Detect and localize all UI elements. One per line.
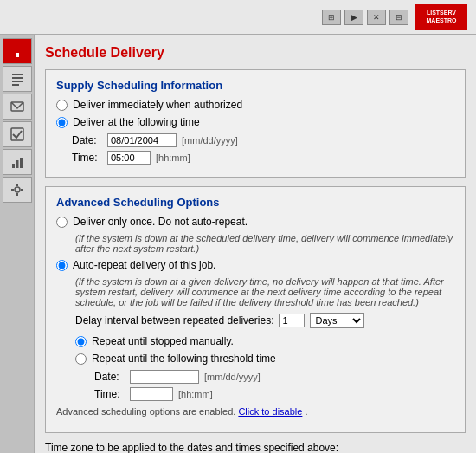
- sidebar: [0, 35, 35, 453]
- deliver-immediately-label: Deliver immediately when authorized: [73, 99, 242, 111]
- checkbox-icon: [10, 126, 25, 142]
- timezone-label: Time zone to be applied to the dates and…: [45, 442, 466, 453]
- toolbar-icon-2[interactable]: ▶: [344, 10, 363, 25]
- svg-rect-13: [16, 184, 18, 186]
- date-row: Date: [mm/dd/yyyy]: [72, 133, 454, 147]
- time-input[interactable]: [107, 151, 151, 165]
- deliver-once-radio[interactable]: [56, 217, 68, 228]
- sidebar-item-home[interactable]: [3, 38, 32, 64]
- logo-text: LISTSERV MAESTRO: [427, 10, 457, 24]
- threshold-date-format: [mm/dd/yyyy]: [204, 372, 261, 382]
- app-logo: LISTSERV MAESTRO: [415, 4, 467, 30]
- threshold-time-label: Time:: [94, 388, 125, 400]
- threshold-time-row: Time: [hh:mm]: [94, 387, 454, 401]
- svg-rect-11: [20, 158, 23, 168]
- time-format: [hh:mm]: [156, 152, 190, 163]
- deliver-once-subtext: (If the system is down at the scheduled …: [75, 233, 454, 254]
- threshold-time-input[interactable]: [130, 387, 173, 401]
- svg-marker-1: [11, 45, 23, 50]
- content-area: Schedule Delivery Supply Scheduling Info…: [35, 35, 476, 453]
- sidebar-item-chart[interactable]: [3, 149, 32, 175]
- svg-rect-16: [21, 189, 23, 191]
- sidebar-item-checkbox[interactable]: [3, 121, 32, 147]
- chart-icon: [10, 154, 25, 170]
- settings-icon: [10, 182, 25, 197]
- toolbar-icon-1[interactable]: ⊞: [322, 10, 341, 25]
- toolbar-icon-4[interactable]: ⊟: [389, 10, 408, 25]
- deliver-following-row: Deliver at the following time: [56, 116, 454, 128]
- repeat-threshold-row: Repeat until the following threshold tim…: [75, 353, 454, 365]
- repeat-threshold-label: Repeat until the following threshold tim…: [92, 353, 276, 365]
- svg-rect-4: [12, 77, 23, 79]
- page-title: Schedule Delivery: [45, 45, 466, 61]
- repeat-options: Repeat until stopped manually. Repeat un…: [75, 335, 454, 401]
- deliver-immediately-radio[interactable]: [56, 100, 68, 111]
- auto-repeat-radio[interactable]: [56, 260, 68, 271]
- delay-value-input[interactable]: [279, 314, 305, 327]
- repeat-manual-label: Repeat until stopped manually.: [92, 335, 234, 347]
- advanced-section: Advanced Scheduling Options Deliver only…: [45, 186, 466, 433]
- toolbar-icon-3[interactable]: ✕: [367, 10, 386, 25]
- status-text-label: Advanced scheduling options are enabled.: [56, 406, 235, 417]
- threshold-time-format: [hh:mm]: [178, 389, 213, 399]
- svg-rect-9: [12, 164, 15, 168]
- repeat-threshold-radio[interactable]: [75, 353, 87, 365]
- advanced-section-title: Advanced Scheduling Options: [56, 196, 454, 209]
- sidebar-item-envelope[interactable]: [3, 94, 32, 120]
- deliver-following-label: Deliver at the following time: [73, 116, 200, 128]
- repeat-manual-radio[interactable]: [75, 336, 87, 347]
- status-text: Advanced scheduling options are enabled.…: [56, 406, 454, 417]
- status-period: .: [305, 406, 307, 417]
- auto-repeat-subtext: (If the system is down at a given delive…: [75, 276, 454, 307]
- auto-repeat-label: Auto-repeat delivery of this job.: [73, 259, 215, 271]
- date-format: [mm/dd/yyyy]: [182, 135, 238, 146]
- time-label: Time:: [72, 152, 102, 164]
- threshold-date-label: Date:: [94, 371, 125, 383]
- time-row: Time: [hh:mm]: [72, 151, 454, 165]
- deliver-following-radio[interactable]: [56, 117, 68, 128]
- date-input[interactable]: [107, 133, 177, 147]
- disable-link[interactable]: Click to disable: [238, 406, 302, 417]
- auto-repeat-row: Auto-repeat delivery of this job.: [56, 259, 454, 271]
- repeat-manual-row: Repeat until stopped manually.: [75, 335, 454, 347]
- svg-rect-5: [12, 81, 23, 82]
- svg-rect-2: [16, 53, 19, 57]
- delay-unit-select[interactable]: Days Hours Minutes: [310, 313, 364, 328]
- top-bar: ⊞ ▶ ✕ ⊟ LISTSERV MAESTRO: [0, 0, 476, 35]
- home-icon: [10, 43, 25, 59]
- main-layout: Schedule Delivery Supply Scheduling Info…: [0, 35, 476, 453]
- envelope-icon: [10, 99, 25, 114]
- deliver-once-row: Deliver only once. Do not auto-repeat.: [56, 216, 454, 228]
- svg-rect-10: [16, 160, 18, 168]
- delay-row: Delay interval between repeated deliveri…: [75, 313, 454, 328]
- sidebar-item-list[interactable]: [3, 66, 32, 92]
- svg-rect-3: [12, 74, 23, 75]
- supply-section: Supply Scheduling Information Deliver im…: [45, 69, 466, 178]
- delay-label: Delay interval between repeated deliveri…: [75, 314, 273, 327]
- svg-point-12: [15, 187, 20, 192]
- svg-rect-6: [12, 84, 19, 86]
- svg-rect-14: [16, 193, 18, 196]
- deliver-immediately-row: Deliver immediately when authorized: [56, 99, 454, 111]
- sidebar-item-settings[interactable]: [3, 177, 32, 203]
- deliver-once-label: Deliver only once. Do not auto-repeat.: [73, 216, 248, 228]
- date-label: Date:: [72, 134, 102, 146]
- toolbar-icons: ⊞ ▶ ✕ ⊟: [322, 10, 408, 25]
- threshold-date-input[interactable]: [130, 370, 199, 384]
- supply-section-title: Supply Scheduling Information: [56, 79, 454, 92]
- timezone-section: Time zone to be applied to the dates and…: [45, 442, 466, 453]
- threshold-date-row: Date: [mm/dd/yyyy]: [94, 370, 454, 384]
- svg-rect-15: [11, 189, 14, 191]
- list-icon: [10, 71, 25, 87]
